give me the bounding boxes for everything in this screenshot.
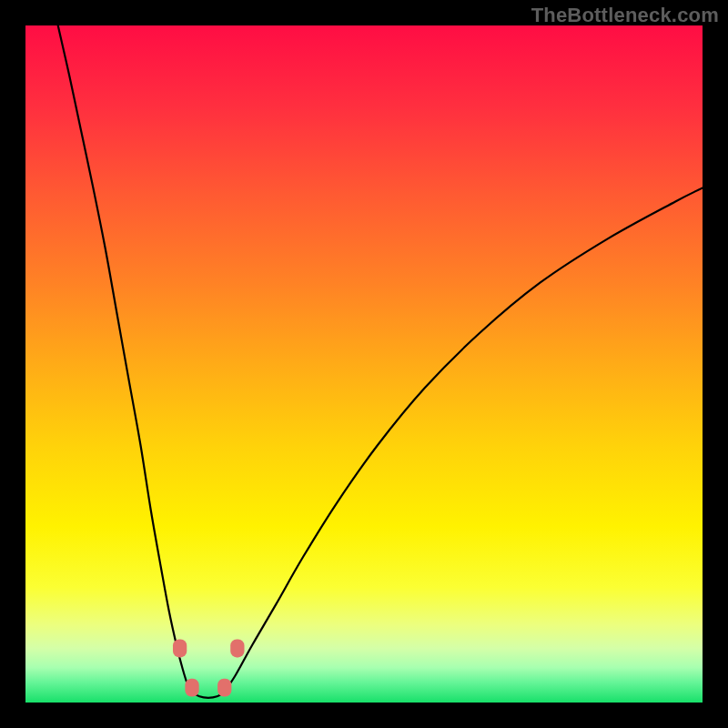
marker-left-outer: [173, 640, 187, 658]
plot-area: [25, 25, 703, 703]
chart-svg: [25, 25, 703, 703]
bottleneck-curve: [58, 25, 703, 698]
marker-right-outer: [230, 640, 244, 658]
marker-left-inner: [185, 679, 198, 697]
outer-frame: TheBottleneck.com: [0, 0, 728, 728]
marker-right-inner: [217, 679, 231, 697]
valley-markers: [173, 640, 245, 697]
watermark-text: TheBottleneck.com: [531, 4, 719, 27]
